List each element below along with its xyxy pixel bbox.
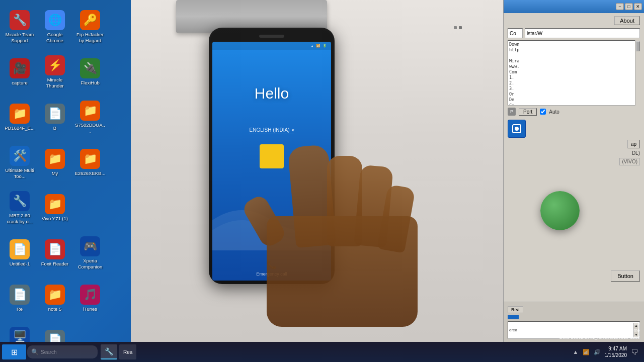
main-content-area: ▲ 📶 🔋 Hello — [131, 0, 503, 342]
icon-google-chrome[interactable]: 🌐 Google Chrome — [37, 4, 72, 49]
chevron-down-icon: ▾ — [292, 128, 294, 133]
svg-point-1 — [515, 127, 519, 131]
system-clock[interactable]: 9:47 AM 1/15/2020 — [605, 345, 627, 358]
minimize-button[interactable]: − — [616, 3, 624, 10]
network-icon: 📶 — [583, 349, 590, 355]
ap-button[interactable]: ap — [627, 140, 640, 148]
icon-xperia-companion[interactable]: 🎮 Xperia Companion — [72, 230, 108, 276]
icon-my[interactable]: 📁 My — [37, 140, 72, 185]
icon-flexihub[interactable]: 🔌 FlexiHub — [72, 49, 108, 95]
status-text: ered — [509, 328, 517, 332]
volume-icon: 🔊 — [594, 349, 601, 355]
auto-checkbox[interactable] — [540, 109, 546, 115]
icon-vivo-y71[interactable]: 📁 Vivo Y71 (1) — [37, 185, 72, 230]
small-text-1 — [528, 126, 640, 131]
green-cursor-indicator — [540, 191, 580, 230]
phone-speaker — [259, 35, 284, 38]
desktop: 🔧 Miracle Team Support 🌐 Google Chrome 🔑… — [0, 0, 644, 362]
hand-overlay — [242, 146, 483, 337]
taskbar: ⊞ 🔍 Search 🔧 Rea ▲ 📶 🔊 9:47 AM 1/15/2020… — [0, 342, 644, 362]
start-button[interactable]: ⊞ — [2, 344, 26, 359]
icon-e2626xekb[interactable]: 📁 E2626XEKB... — [72, 140, 108, 185]
phone-hello-text: Hello — [255, 85, 289, 102]
icon-re[interactable]: 📄 Re — [2, 276, 37, 321]
scroll-content: DownhttpMirawww.Com1.2.3.OrDeCoCRCFLoDed… — [509, 42, 638, 106]
main-action-button[interactable]: Button — [611, 270, 640, 282]
phone-language-text: ENGLISH (INDIA) — [249, 127, 289, 133]
port-button[interactable]: Port — [519, 108, 537, 116]
icon-capture[interactable]: 🎥 capture — [2, 49, 37, 95]
icon-frp-hijacker[interactable]: 🔑 Frp HiJacker by Hagard — [72, 4, 108, 49]
notification-icon[interactable]: 🗨 — [631, 348, 638, 356]
windows-version-text: Windows 10 Home — [559, 327, 640, 334]
icon-untitled-1[interactable]: 📄 Untitled-1 — [2, 230, 37, 276]
panel-titlebar: − □ ✕ — [504, 0, 644, 13]
taskbar-app-1[interactable]: 🔧 — [101, 344, 117, 359]
close-button[interactable]: ✕ — [634, 3, 642, 10]
test-mode-text: Test Mode — [559, 321, 640, 328]
icon-note5[interactable]: 📁 note 5 — [37, 276, 72, 321]
co-input[interactable] — [508, 28, 523, 38]
icon-itunes[interactable]: 🎵 iTunes — [72, 276, 108, 321]
icon-b[interactable]: 📄 B — [37, 95, 72, 140]
taskbar-app-2[interactable]: Rea — [119, 344, 136, 359]
icon-mrt-260[interactable]: 🔧 MRT 2.60 crack by o... — [2, 185, 37, 230]
icon-miracle-thunder[interactable]: ⚡ Miracle Thunder — [37, 49, 72, 95]
icon-pd1624f[interactable]: 📁 PD1624F_E... — [2, 95, 37, 140]
rea-button[interactable]: Rea — [508, 306, 523, 313]
panel-scroll-area[interactable]: DownhttpMirawww.Com1.2.3.OrDeCoCRCFLoDed… — [508, 40, 640, 106]
status-indicator — [508, 315, 519, 319]
table-screws — [453, 25, 473, 35]
corner-info: Test Mode Windows 10 Home Build 18362.19… — [559, 321, 640, 341]
icon-miracle-team-support[interactable]: 🔧 Miracle Team Support — [2, 4, 37, 49]
right-panel: − □ ✕ About DownhttpMirawww.Com1.2.3.OrD… — [503, 0, 644, 342]
istar-input[interactable] — [525, 28, 640, 38]
taskbar-search[interactable]: 🔍 Search — [27, 345, 98, 358]
vivo-dropdown[interactable]: (VIVO) — [619, 158, 640, 165]
taskbar-icons: ▲ — [573, 349, 579, 355]
icon-s7582d[interactable]: 📁 S7582DDUA... — [72, 95, 108, 140]
desktop-icons-area: 🔧 Miracle Team Support 🌐 Google Chrome 🔑… — [0, 0, 131, 362]
build-text: Build 18362.19h1_release.190318-1202 — [559, 334, 640, 341]
phone-language-selector[interactable]: ENGLISH (INDIA) ▾ — [249, 127, 294, 134]
maximize-button[interactable]: □ — [625, 3, 633, 10]
auto-label: Auto — [549, 109, 559, 115]
about-button[interactable]: About — [614, 16, 640, 25]
port-icon: P — [508, 108, 516, 116]
search-icon: 🔍 — [31, 348, 39, 355]
blue-icon-button[interactable] — [508, 120, 526, 138]
icon-ultimate-multi-tool[interactable]: 🛠️ Ultimate Multi Too... — [2, 140, 37, 185]
dl-text: DL) — [632, 150, 640, 156]
icon-foxit-reader[interactable]: 📄 Foxit Reader — [37, 230, 72, 276]
scrollbar[interactable] — [635, 40, 640, 106]
table-surface: ▲ 📶 🔋 Hello — [131, 0, 503, 342]
